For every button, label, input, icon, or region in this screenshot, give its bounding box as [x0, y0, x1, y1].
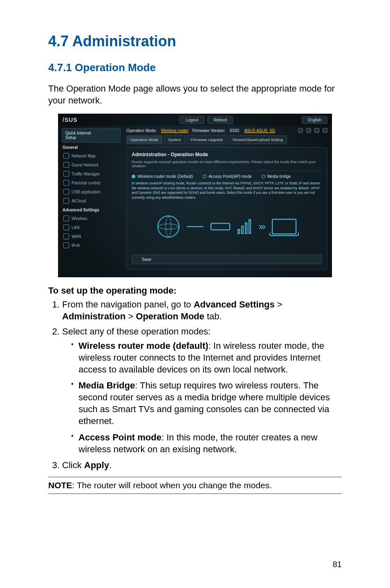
- bold-text: Wireless router mode (default): [78, 341, 208, 351]
- status-bar: Operation Mode: Wireless router Firmware…: [126, 128, 327, 133]
- sidebar-label: WAN: [72, 234, 81, 239]
- section-heading: 4.7 Administration: [48, 33, 342, 50]
- step-text: .: [109, 460, 112, 470]
- ssid-value-link[interactable]: ASUS ASUS_5G: [244, 128, 275, 133]
- parental-control-icon: [63, 180, 69, 186]
- note-text: : The router will reboot when you change…: [72, 480, 272, 490]
- sidebar-label: USB application: [72, 190, 101, 194]
- radio-dot-icon: [203, 175, 206, 178]
- network-map-icon: [63, 153, 69, 159]
- radio-label: Media bridge: [267, 174, 291, 179]
- sidebar-item-guest-network[interactable]: Guest Network: [62, 160, 121, 169]
- tab-firmware-upgrade[interactable]: Firmware Upgrade: [187, 135, 227, 144]
- note-block: NOTE: The router will reboot when you ch…: [48, 477, 342, 494]
- instructions-heading: To set up the operating mode:: [48, 285, 342, 296]
- router-admin-screenshot: /SUS Logout Reboot English Quick Interne…: [58, 114, 332, 277]
- logout-button[interactable]: Logout: [179, 116, 204, 124]
- sidebar-item-aicloud[interactable]: AiCloud: [62, 196, 121, 205]
- wireless-icon: [63, 215, 69, 221]
- tab-system[interactable]: System: [164, 135, 185, 144]
- sidebar-label: AiCloud: [72, 199, 86, 203]
- laptop-icon: [272, 219, 296, 234]
- main-panel: Operation Mode: Wireless router Firmware…: [124, 126, 332, 277]
- sidebar-label: Guest Network: [72, 163, 99, 167]
- network-diagram: ›››: [132, 204, 322, 249]
- sidebar: Quick Internet Setup General Network Map…: [58, 126, 124, 277]
- radio-media-bridge[interactable]: Media bridge: [262, 174, 291, 179]
- router-icon: [211, 223, 230, 230]
- radio-dot-icon: [262, 175, 265, 178]
- signal-bars-icon: [238, 219, 251, 234]
- asus-logo: /SUS: [63, 117, 78, 123]
- sidebar-item-network-map[interactable]: Network Map: [62, 151, 121, 160]
- mode-bullet-list: Wireless router mode (default): In wirel…: [62, 340, 342, 455]
- sidebar-item-parental-control[interactable]: Parental control: [62, 178, 121, 187]
- step-3: Click Apply.: [62, 459, 342, 471]
- quick-internet-setup[interactable]: Quick Internet Setup: [62, 128, 121, 143]
- sidebar-item-traffic-manager[interactable]: Traffic Manager: [62, 169, 121, 178]
- sidebar-label: Parental control: [72, 181, 100, 185]
- step-1: From the navigation panel, go to Advance…: [62, 298, 342, 322]
- screenshot-topbar: /SUS Logout Reboot English: [58, 114, 332, 126]
- note-label: NOTE: [48, 480, 72, 490]
- radio-access-point[interactable]: Access Point(AP) mode: [203, 174, 252, 179]
- opmode-label: Operation Mode:: [126, 128, 157, 133]
- wifi-waves-icon: ›››: [258, 221, 264, 232]
- sidebar-section-general: General: [63, 145, 121, 150]
- sidebar-item-wan[interactable]: WAN: [62, 232, 121, 241]
- radio-label: Wireless router mode (Default): [137, 174, 193, 179]
- bold-text: Access Point mode: [78, 432, 161, 442]
- bullet-access-point: Access Point mode: In this mode, the rou…: [71, 431, 342, 455]
- mode-description-text: In wireless router/IP sharing mode, Rout…: [132, 181, 322, 200]
- sidebar-label: LAN: [72, 225, 79, 230]
- step-text: >: [275, 299, 282, 310]
- save-button[interactable]: Save: [132, 255, 322, 264]
- language-dropdown[interactable]: English: [302, 116, 327, 124]
- step-text: From the navigation panel, go to: [62, 299, 194, 310]
- aicloud-icon: [63, 198, 69, 204]
- globe-icon: [157, 215, 179, 238]
- sidebar-item-wireless[interactable]: Wireless: [62, 214, 121, 223]
- bullet-wireless-router: Wireless router mode (default): In wirel…: [71, 340, 342, 375]
- bold-text: Operation Mode: [136, 311, 204, 321]
- sidebar-item-lan[interactable]: LAN: [62, 223, 121, 232]
- page-number: 81: [333, 560, 342, 569]
- tab-operation-mode[interactable]: Operation Mode: [126, 135, 162, 144]
- connector-line-icon: [187, 226, 203, 227]
- fw-label: Firmware Version:: [193, 128, 226, 133]
- sidebar-label: Traffic Manager: [72, 172, 100, 176]
- traffic-manager-icon: [63, 171, 69, 177]
- bold-text: Apply: [84, 460, 109, 470]
- sidebar-item-usb-application[interactable]: USB application: [62, 187, 121, 196]
- operation-mode-panel: Administration - Operation Mode Router s…: [126, 147, 327, 270]
- step-text: tab.: [204, 311, 222, 321]
- guest-network-icon: [63, 162, 69, 168]
- step-2: Select any of these operation modes: Wir…: [62, 325, 342, 455]
- ssid-label: SSID:: [229, 128, 240, 133]
- lan-icon: [63, 224, 69, 230]
- subsection-heading: 4.7.1 Operation Mode: [48, 61, 342, 74]
- ipv6-icon: [63, 242, 69, 248]
- bold-text: Advanced Settings: [194, 299, 275, 310]
- admin-tabs: Operation Mode System Firmware Upgrade R…: [126, 135, 327, 144]
- step-text: >: [126, 311, 136, 321]
- bullet-media-bridge: Media Bridge: This setup requires two wi…: [71, 379, 342, 427]
- sidebar-section-advanced: Advanced Settings: [63, 208, 121, 212]
- status-icon: [298, 128, 303, 133]
- qis-label-2: Setup: [65, 135, 117, 140]
- mode-radio-group: Wireless router mode (Default) Access Po…: [132, 174, 322, 179]
- usb-icon: [63, 189, 69, 195]
- radio-label: Access Point(AP) mode: [208, 174, 252, 179]
- sidebar-item-ipv6[interactable]: IPv6: [62, 241, 121, 250]
- status-icon: [306, 128, 311, 133]
- step-text: Select any of these operation modes:: [62, 326, 211, 337]
- sidebar-label: IPv6: [72, 243, 80, 248]
- sidebar-label: Wireless: [72, 216, 87, 221]
- reboot-button[interactable]: Reboot: [208, 116, 233, 124]
- bold-text: Media Bridge: [78, 380, 135, 391]
- tab-restore-save-upload[interactable]: Restore/Save/Upload Setting: [229, 135, 287, 144]
- radio-wireless-router[interactable]: Wireless router mode (Default): [132, 174, 193, 179]
- instruction-steps: From the navigation panel, go to Advance…: [48, 298, 342, 471]
- opmode-value-link[interactable]: Wireless router: [161, 128, 188, 133]
- intro-paragraph: The Operation Mode page allows you to se…: [48, 83, 342, 106]
